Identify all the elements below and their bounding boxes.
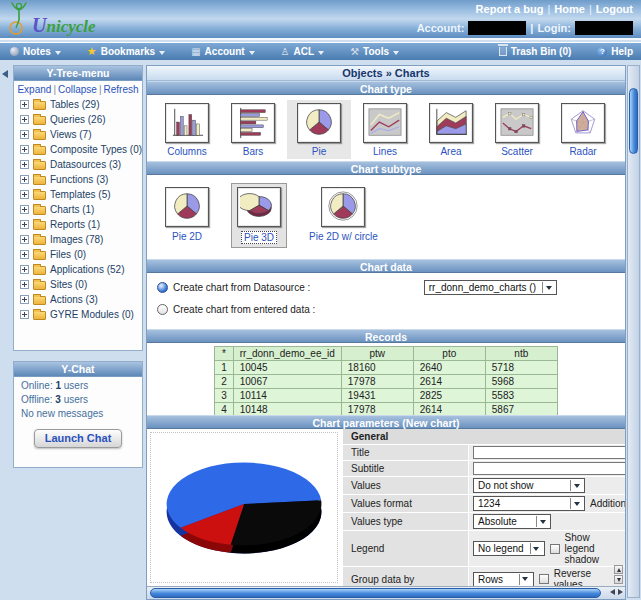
menu-help[interactable]: ? Help	[597, 46, 633, 57]
tree-item-applications[interactable]: Applications (52)	[14, 262, 142, 277]
values-type-select[interactable]: Absolute	[473, 514, 551, 529]
chart-type-scatter[interactable]: Scatter	[485, 100, 549, 159]
records-col-header[interactable]: *	[215, 347, 234, 361]
tree-item-datasources[interactable]: Datasources (3)	[14, 157, 142, 172]
cell: 2640	[413, 361, 485, 375]
expand-plus-icon[interactable]	[20, 265, 29, 274]
records-col-header[interactable]: ntb	[485, 347, 557, 361]
chart-type-row: Columns	[147, 95, 625, 161]
expand-plus-icon[interactable]	[20, 100, 29, 109]
legend-select[interactable]: No legend	[473, 541, 545, 556]
expand-plus-icon[interactable]	[20, 190, 29, 199]
params-scroll-down-button[interactable]	[614, 575, 623, 584]
menu-notes[interactable]: Notes	[10, 46, 61, 57]
unicycle-logo[interactable]: Unicycle	[6, 1, 96, 37]
tree-item-composite-types[interactable]: Composite Types (0)	[14, 142, 142, 157]
subtype-pie-3d[interactable]: Pie 3D	[231, 183, 287, 248]
expand-plus-icon[interactable]	[20, 145, 29, 154]
tree-item-reports[interactable]: Reports (1)	[14, 217, 142, 232]
expand-plus-icon[interactable]	[20, 280, 29, 289]
group-data-select[interactable]: Rows	[473, 572, 534, 587]
tree-item-queries[interactable]: Queries (26)	[14, 112, 142, 127]
subtype-pie-2d-circle[interactable]: Pie 2D w/ circle	[303, 183, 384, 245]
records-col-header[interactable]: ptw	[341, 347, 413, 361]
expand-plus-icon[interactable]	[20, 205, 29, 214]
datasource-radio[interactable]	[157, 282, 168, 293]
scroll-right-arrow[interactable]	[618, 589, 623, 595]
tree-item-images[interactable]: Images (78)	[14, 232, 142, 247]
chart-type-area[interactable]: Area	[419, 100, 483, 159]
values-select-value: Do not show	[478, 480, 534, 491]
table-row[interactable]: 1 10045 18160 2640 5718	[215, 361, 558, 375]
legend-shadow-checkbox[interactable]	[550, 544, 560, 554]
records-col-header[interactable]: pto	[413, 347, 485, 361]
lines-chart-icon	[363, 103, 407, 143]
chart-type-radar[interactable]: Radar	[551, 100, 615, 159]
chart-type-columns[interactable]: Columns	[155, 100, 219, 159]
expand-plus-icon[interactable]	[20, 175, 29, 184]
tree-item-label: Files (0)	[50, 249, 86, 260]
subtitle-input[interactable]	[473, 462, 625, 475]
chart-type-bars[interactable]: Bars	[221, 100, 285, 159]
values-format-select[interactable]: 1234	[473, 496, 585, 511]
menu-tools[interactable]: ⚒ Tools	[350, 46, 399, 57]
account-card-icon: ▦	[191, 47, 200, 56]
params-scroll-up-button[interactable]	[614, 565, 623, 574]
values-select[interactable]: Do not show	[473, 478, 585, 493]
chart-type-pie[interactable]: Pie	[287, 100, 351, 159]
tree-item-label: Views (7)	[50, 129, 92, 140]
chevron-down-icon	[393, 51, 399, 55]
table-row[interactable]: 3 10114 19431 2825 5583	[215, 389, 558, 403]
launch-chat-button[interactable]: Launch Chat	[34, 429, 123, 448]
tree-item-tables[interactable]: Tables (29)	[14, 97, 142, 112]
menu-acl[interactable]: ♙ ACL	[281, 46, 325, 57]
tree-refresh-link[interactable]: Refresh	[104, 84, 139, 95]
reverse-values-label: Reverse values	[554, 568, 621, 586]
home-link[interactable]: Home	[554, 3, 585, 15]
records-col-header[interactable]: rr_donn_demo_ee_id	[233, 347, 341, 361]
row-number: 2	[215, 375, 234, 389]
top-header: Unicycle Report a bug|Home|Logout Accoun…	[0, 0, 641, 40]
legend-row: Legend No legend Show legend shadow	[343, 531, 625, 567]
menu-account[interactable]: ▦ Account	[191, 46, 254, 57]
tree-item-views[interactable]: Views (7)	[14, 127, 142, 142]
reverse-values-checkbox[interactable]	[539, 574, 549, 584]
expand-plus-icon[interactable]	[20, 235, 29, 244]
menu-trash-bin[interactable]: Trash Bin (0)	[499, 46, 572, 57]
tree-item-sites[interactable]: Sites (0)	[14, 277, 142, 292]
tree-item-files[interactable]: Files (0)	[14, 247, 142, 262]
expand-plus-icon[interactable]	[20, 220, 29, 229]
chart-type-lines[interactable]: Lines	[353, 100, 417, 159]
report-bug-link[interactable]: Report a bug	[476, 3, 544, 15]
tree-collapse-link[interactable]: Collapse	[58, 84, 97, 95]
expand-plus-icon[interactable]	[20, 115, 29, 124]
expand-plus-icon[interactable]	[20, 310, 29, 319]
tree-item-label: Queries (26)	[50, 114, 106, 125]
menu-bookmarks[interactable]: ★ Bookmarks	[87, 46, 165, 57]
expand-plus-icon[interactable]	[20, 130, 29, 139]
entered-data-radio[interactable]	[157, 304, 168, 315]
datasource-select[interactable]: rr_donn_demo_charts ()	[424, 280, 557, 295]
vertical-scrollbar[interactable]	[627, 65, 640, 598]
logout-link[interactable]: Logout	[596, 3, 633, 15]
help-icon: ?	[597, 47, 607, 57]
subtype-pie-2d[interactable]: Pie 2D	[159, 183, 215, 245]
expand-plus-icon[interactable]	[20, 160, 29, 169]
tree-item-charts[interactable]: Charts (1)	[14, 202, 142, 217]
table-row[interactable]: 2 10067 17978 2614 5968	[215, 375, 558, 389]
chart-type-label: Pie	[287, 146, 351, 157]
horizontal-scrollbar-thumb[interactable]	[150, 588, 601, 598]
horizontal-scrollbar[interactable]	[147, 586, 625, 599]
chart-type-header: Chart type	[147, 81, 625, 95]
tree-item-functions[interactable]: Functions (3)	[14, 172, 142, 187]
tree-item-gyre-modules[interactable]: GYRE Modules (0)	[14, 307, 142, 322]
expand-plus-icon[interactable]	[20, 295, 29, 304]
scroll-left-arrow[interactable]	[610, 589, 615, 595]
tree-expand-link[interactable]: Expand	[17, 84, 51, 95]
title-input[interactable]	[473, 446, 625, 459]
vertical-scrollbar-thumb[interactable]	[629, 88, 638, 154]
tree-item-templates[interactable]: Templates (5)	[14, 187, 142, 202]
sidebar-collapse-arrow[interactable]	[2, 70, 8, 78]
tree-item-actions[interactable]: Actions (3)	[14, 292, 142, 307]
expand-plus-icon[interactable]	[20, 250, 29, 259]
